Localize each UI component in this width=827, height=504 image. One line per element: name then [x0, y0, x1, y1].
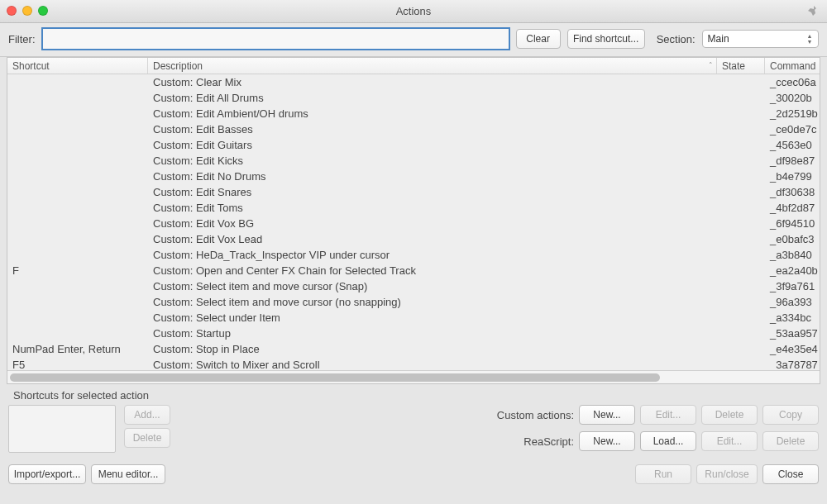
table-row[interactable]: Custom: Clear Mix_ccec06a: [7, 74, 820, 90]
add-shortcut-button[interactable]: Add...: [124, 405, 170, 425]
filter-input[interactable]: [42, 28, 509, 50]
sfa-list[interactable]: [8, 405, 116, 453]
reascript-delete-button[interactable]: Delete: [762, 431, 819, 451]
col-command[interactable]: Command: [765, 58, 820, 74]
cell-command: _53aa957: [765, 327, 820, 340]
section-dropdown[interactable]: Main ▲▼: [702, 30, 819, 48]
table-row[interactable]: Custom: Edit Vox Lead_e0bafc3: [7, 231, 820, 247]
cell-command: _a3b840: [765, 249, 820, 261]
custom-new-button[interactable]: New...: [579, 405, 635, 425]
menu-editor-button[interactable]: Menu editor...: [91, 464, 165, 484]
lower-panel: Shortcuts for selected action Add... Del…: [0, 384, 827, 492]
cell-description: Custom: HeDa_Track_Inspector VIP under c…: [148, 249, 717, 261]
table-row[interactable]: Custom: Select under Item_a334bc: [7, 310, 820, 326]
cell-description: Custom: Edit Vox BG: [148, 217, 717, 230]
custom-copy-button[interactable]: Copy: [762, 405, 819, 425]
sort-asc-icon: ˄: [709, 61, 713, 69]
cell-description: Custom: Edit Basses: [148, 123, 717, 136]
cell-description: Custom: Edit No Drums: [148, 170, 717, 183]
delete-shortcut-button[interactable]: Delete: [124, 428, 170, 448]
filter-label: Filter:: [8, 33, 36, 45]
cell-shortcut: NumPad Enter, Return: [7, 343, 148, 355]
cell-description: Custom: Edit Snares: [148, 186, 717, 198]
cell-description: Custom: Edit Guitars: [148, 139, 717, 151]
close-icon[interactable]: [7, 6, 17, 16]
reascript-label: ReaScript:: [523, 435, 574, 448]
window-title: Actions: [396, 5, 432, 17]
filter-bar: Filter: Clear Find shortcut... Section: …: [0, 23, 827, 57]
sfa-label: Shortcuts for selected action: [13, 389, 819, 402]
pin-icon[interactable]: [805, 5, 819, 18]
traffic-lights: [7, 6, 48, 16]
col-shortcut[interactable]: Shortcut: [7, 58, 148, 74]
cell-command: _4bf2d87: [765, 202, 820, 214]
cell-description: Custom: Switch to Mixer and Scroll: [148, 359, 717, 370]
maximize-icon[interactable]: [38, 6, 48, 16]
table-row[interactable]: Custom: Edit Toms_4bf2d87: [7, 200, 820, 216]
section-label: Section:: [657, 33, 696, 45]
cell-command: _2d2519b: [765, 107, 820, 120]
cell-description: Custom: Select item and move cursor (no …: [148, 296, 717, 308]
scrollbar-thumb[interactable]: [10, 373, 660, 382]
table-row[interactable]: Custom: HeDa_Track_Inspector VIP under c…: [7, 247, 820, 263]
table-row[interactable]: Custom: Edit No Drums_b4e799: [7, 169, 820, 184]
cell-command: _96a393: [765, 296, 820, 308]
cell-command: _a334bc: [765, 311, 820, 324]
cell-description: Custom: Edit All Drums: [148, 92, 717, 104]
updown-icon: ▲▼: [805, 31, 815, 46]
col-description[interactable]: Description ˄: [148, 58, 717, 74]
cell-description: Custom: Edit Kicks: [148, 155, 717, 167]
clear-button[interactable]: Clear: [516, 29, 561, 49]
table-row[interactable]: NumPad Enter, ReturnCustom: Stop in Plac…: [7, 341, 820, 357]
cell-command: _3f9a761: [765, 280, 820, 292]
table-row[interactable]: Custom: Edit Guitars_4563e0: [7, 137, 820, 153]
cell-command: _ce0de7c: [765, 123, 820, 136]
table-header: Shortcut Description ˄ State Command: [7, 58, 820, 74]
cell-description: Custom: Edit Ambient/OH drums: [148, 107, 717, 120]
run-close-button[interactable]: Run/close: [696, 464, 758, 484]
cell-description: Custom: Select under Item: [148, 311, 717, 324]
cell-description: Custom: Edit Vox Lead: [148, 233, 717, 245]
cell-command: _3a78787: [765, 359, 820, 370]
custom-edit-button[interactable]: Edit...: [640, 405, 696, 425]
find-shortcut-button[interactable]: Find shortcut...: [567, 29, 645, 49]
col-description-label: Description: [153, 60, 203, 72]
cell-command: _ccec06a: [765, 76, 820, 88]
table-body[interactable]: Custom: Clear Mix_ccec06aCustom: Edit Al…: [7, 74, 820, 370]
table-row[interactable]: Custom: Edit Vox BG_6f94510: [7, 216, 820, 231]
table-row[interactable]: Custom: Startup_53aa957: [7, 326, 820, 341]
reascript-edit-button[interactable]: Edit...: [701, 431, 758, 451]
cell-description: Custom: Stop in Place: [148, 343, 717, 355]
cell-command: _6f94510: [765, 217, 820, 230]
table-row[interactable]: Custom: Edit All Drums_30020b: [7, 90, 820, 106]
cell-description: Custom: Edit Toms: [148, 202, 717, 214]
title-bar: Actions: [0, 0, 827, 23]
table-row[interactable]: Custom: Edit Snares_df30638: [7, 184, 820, 200]
cell-command: _4563e0: [765, 139, 820, 151]
cell-command: _30020b: [765, 92, 820, 104]
cell-description: Custom: Select item and move cursor (Sna…: [148, 280, 717, 292]
table-row[interactable]: FCustom: Open and Center FX Chain for Se…: [7, 263, 820, 278]
custom-delete-button[interactable]: Delete: [701, 405, 758, 425]
minimize-icon[interactable]: [22, 6, 32, 16]
cell-description: Custom: Startup: [148, 327, 717, 340]
cell-command: _e0bafc3: [765, 233, 820, 245]
table-row[interactable]: Custom: Select item and move cursor (Sna…: [7, 278, 820, 294]
custom-actions-label: Custom actions:: [497, 409, 574, 421]
table-row[interactable]: Custom: Select item and move cursor (no …: [7, 294, 820, 310]
close-button[interactable]: Close: [762, 464, 819, 484]
table-row[interactable]: Custom: Edit Ambient/OH drums_2d2519b: [7, 106, 820, 121]
reascript-new-button[interactable]: New...: [579, 431, 635, 451]
table-row[interactable]: Custom: Edit Kicks_df98e87: [7, 153, 820, 169]
import-export-button[interactable]: Import/export...: [8, 464, 86, 484]
reascript-load-button[interactable]: Load...: [640, 431, 696, 451]
horizontal-scrollbar[interactable]: [7, 370, 820, 383]
table-row[interactable]: F5Custom: Switch to Mixer and Scroll_3a7…: [7, 357, 820, 370]
cell-command: _df30638: [765, 186, 820, 198]
table-row[interactable]: Custom: Edit Basses_ce0de7c: [7, 121, 820, 137]
col-state[interactable]: State: [717, 58, 765, 74]
run-button[interactable]: Run: [635, 464, 691, 484]
cell-shortcut: F: [7, 264, 148, 277]
cell-description: Custom: Clear Mix: [148, 76, 717, 88]
cell-command: _df98e87: [765, 155, 820, 167]
